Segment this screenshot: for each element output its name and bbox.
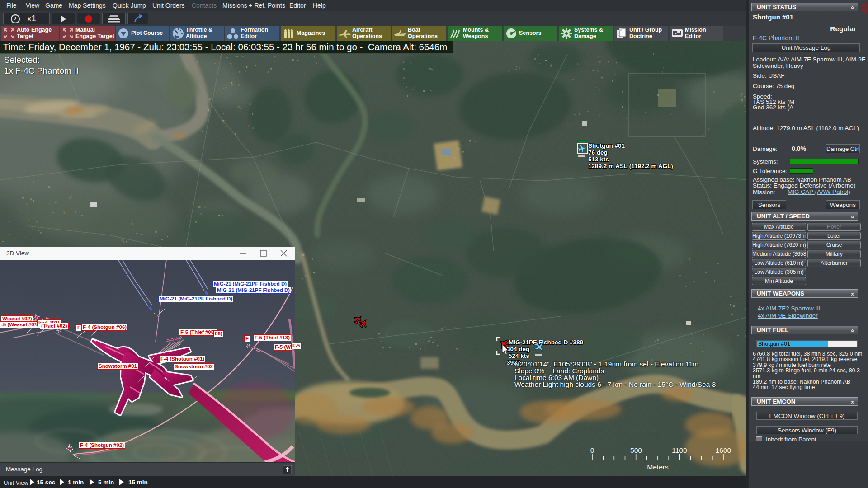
svg-text:1100: 1100 [672, 446, 687, 454]
svg-text:500: 500 [630, 446, 642, 454]
svg-text:1600: 1600 [716, 446, 731, 454]
svg-text:0: 0 [590, 446, 594, 454]
svg-text:Meters: Meters [647, 463, 669, 471]
